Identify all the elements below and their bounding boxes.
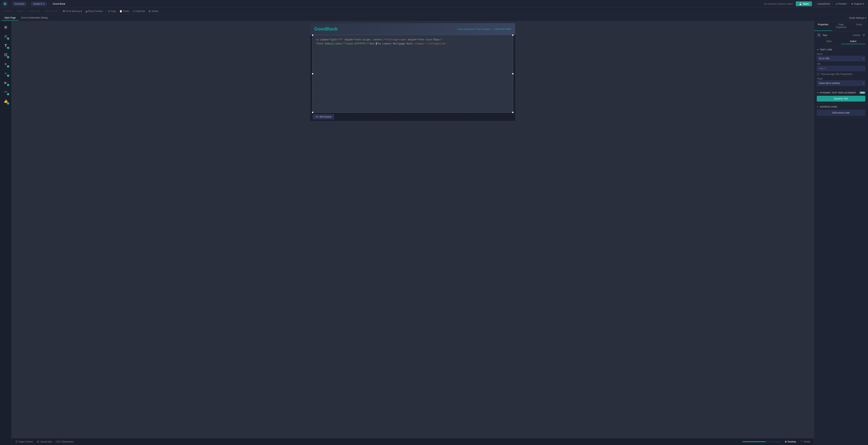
sidebar-item-layout[interactable]: ▣ (2, 23, 10, 31)
resize-handle-mr[interactable] (512, 73, 514, 74)
redo-button[interactable]: ↪ Redo (14, 9, 25, 13)
move-up-button[interactable]: ↑ Move Up (27, 9, 41, 13)
sidebar-item-code[interactable]: </> + (2, 88, 10, 96)
rs-text-link-section: ▼ TEXT LINK Action Go to URL ▾ URL (814, 46, 868, 90)
rs-tab-page-properties[interactable]: Page Properties (832, 21, 850, 31)
move-down-label: Move Down (45, 10, 57, 12)
code-tag-close: > (385, 38, 387, 41)
text-link-toggle[interactable]: ▼ (817, 49, 819, 51)
sidebar-item-text[interactable]: T + (2, 41, 10, 50)
resize-handle-tl[interactable] (312, 34, 313, 36)
action-label: Action (817, 53, 865, 55)
support-button[interactable]: ⚙ Support ▾ (850, 2, 866, 6)
pass-through-checkbox[interactable] (817, 73, 819, 75)
support-chevron: ▾ (863, 2, 864, 5)
rs-tab-properties[interactable]: Properties (814, 21, 832, 31)
mobile-view-button[interactable]: 📱 Mobile (799, 440, 812, 444)
resize-handle-ml[interactable] (312, 73, 313, 74)
visibility-label: Visibility (852, 34, 860, 36)
visibility-toggle-button[interactable]: 👁 (863, 34, 865, 37)
save-label: Save (803, 2, 809, 5)
mobile-label: Mobile (804, 440, 810, 443)
send-backward-button[interactable]: ⬒ Send Backward (61, 9, 84, 13)
text-link-section-header: ▼ TEXT LINK (817, 48, 865, 51)
guide-settings-label: Guide Settings (849, 16, 864, 19)
svg-point-0 (4, 3, 6, 5)
overview-button[interactable]: Overview (12, 2, 26, 6)
bank-logo: GoodBank (314, 26, 338, 32)
dynamic-text-button[interactable]: Dynamic Text (817, 96, 865, 102)
form-plus-badge: + (7, 74, 9, 77)
tab-form-confirmation[interactable]: Form Confirmation Dialog (18, 15, 50, 21)
progress-fill (742, 441, 766, 442)
bring-forward-button[interactable]: ⬓ Bring Forward (84, 9, 104, 13)
undo-label: Undo (6, 10, 12, 12)
redo-icon: ↪ (15, 10, 17, 12)
desktop-view-button[interactable]: 🖥 Desktop (783, 440, 798, 444)
tab-main-page[interactable]: Main Page (2, 15, 18, 21)
sidebar-item-image[interactable]: 🖼 + (2, 50, 10, 59)
dynamic-text-toggle[interactable]: ▼ (817, 92, 819, 94)
source-code-toggle[interactable]: ▼ (817, 106, 819, 108)
canvas-wrapper[interactable]: GoodBank Have Question? Get Answers. 1-8… (11, 21, 814, 438)
resize-handle-bl[interactable] (312, 112, 313, 113)
unpublished-button[interactable]: Unpublished (815, 1, 833, 6)
code-line-1: <p class="lplh-77" style="text-align: ce… (316, 38, 510, 42)
canvas: GoodBank Have Question? Get Answers. 1-8… (11, 23, 814, 121)
sidebar-item-section[interactable]: ⊞ + (2, 32, 10, 40)
rs-element-type-row: T Text Visibility 👁 (817, 33, 865, 37)
text-plus-badge: + (7, 47, 9, 49)
sidebar-item-widget[interactable]: 👍 + (2, 97, 10, 105)
move-down-button[interactable]: ↓ Move Down (42, 9, 59, 13)
resize-handle-tr[interactable] (512, 34, 514, 36)
url-row: URL (817, 63, 865, 71)
guide-settings-chevron: ▾ (865, 16, 866, 19)
form-icon: ≡ (5, 71, 7, 75)
guide-settings-button[interactable]: Guide Settings ▾ (849, 16, 866, 19)
resize-handle-br[interactable] (512, 112, 514, 113)
view-buttons: 🖥 Desktop 📱 Mobile (783, 440, 812, 444)
video-icon: ▶ (4, 80, 7, 85)
url-label: URL (817, 63, 865, 65)
duplicate-icon: ❑ (132, 10, 135, 12)
page-name: Good Bank (53, 2, 65, 5)
variant-chevron: ▾ (43, 2, 44, 5)
support-label: Support (854, 2, 862, 5)
duplicate-label: Duplicate (135, 10, 145, 12)
variant-button[interactable]: Variant A ▾ (31, 2, 46, 6)
rs-tab-goals[interactable]: Goals (850, 21, 868, 31)
code-tag-strong: <strong> (387, 38, 399, 41)
sidebar-item-form[interactable]: ≡ + (2, 69, 10, 78)
desktop-icon: 🖥 (784, 440, 787, 443)
save-button[interactable]: 💾 Save (796, 1, 812, 6)
source-editor[interactable]: <p class="lplh-77" style="text-align: ce… (312, 35, 513, 113)
javascripts-button[interactable]: JS Javascripts (35, 440, 54, 444)
stylesheets-button[interactable]: CSS Stylesheets (54, 440, 75, 444)
edit-source-code-button[interactable]: Edit source code (817, 110, 865, 116)
duplicate-button[interactable]: ❑ Duplicate (131, 9, 147, 13)
mobile-icon: 📱 (800, 440, 803, 443)
action-select[interactable]: Go to URL (817, 56, 865, 61)
delete-button[interactable]: 🗑 Delete (147, 9, 160, 13)
sidebar-item-button[interactable]: B + (2, 60, 10, 68)
javascripts-label: Javascripts (40, 440, 52, 443)
nav-sep: ‹ (10, 2, 10, 5)
style-tab-button[interactable]: Style (817, 39, 841, 44)
preview-icon: ◎ (836, 2, 837, 5)
app-logo[interactable] (2, 1, 8, 7)
copy-button[interactable]: ⧉ Copy (106, 9, 118, 13)
target-select[interactable]: Same tab or window (817, 80, 865, 86)
code-val-style2: "font-size:55px;" (417, 38, 442, 41)
code-content[interactable]: <p class="lplh-77" style="text-align: ce… (313, 35, 513, 112)
url-input[interactable] (817, 66, 865, 71)
paste-button[interactable]: 📋 Paste (118, 9, 131, 13)
code-line-2: "font-family:lato;""color:#ffffff;">Get … (316, 42, 510, 46)
action-tab-button[interactable]: Action (841, 39, 866, 44)
undo-button[interactable]: ↩ Undo (2, 9, 13, 13)
sidebar-item-video[interactable]: ▶ + (2, 78, 10, 87)
page-content-button[interactable]: ☰ Page Content (13, 440, 35, 444)
code-val-ff: "font-family:lato;" (316, 42, 344, 45)
exit-source-button[interactable]: </> Exit Source (313, 114, 334, 119)
preview-button[interactable]: ◎ Preview (834, 2, 848, 6)
code-plus-badge: + (7, 93, 9, 95)
